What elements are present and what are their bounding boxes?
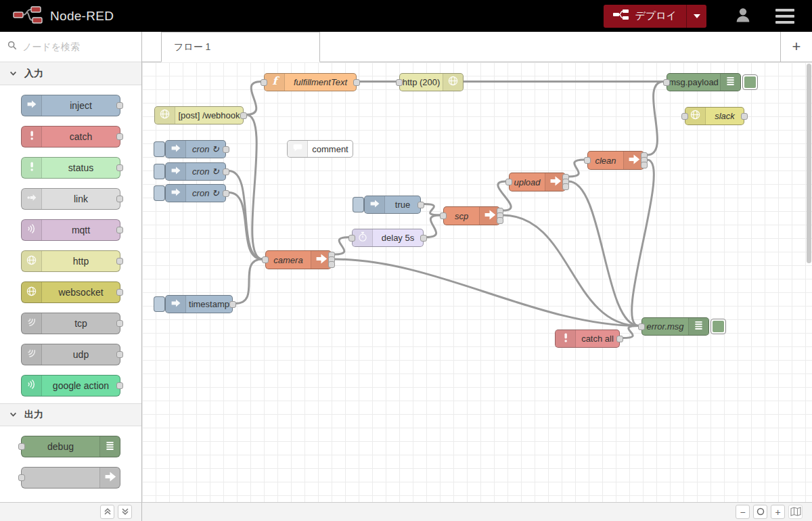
node-output-port[interactable] bbox=[418, 202, 424, 208]
zoom-in-button[interactable]: + bbox=[771, 505, 785, 519]
function-f-icon: f bbox=[269, 74, 281, 91]
palette-node-catch[interactable]: catch bbox=[21, 126, 120, 148]
palette-node-tcp[interactable]: tcp bbox=[21, 313, 120, 334]
flow-wire[interactable] bbox=[229, 171, 263, 260]
flow-node-catchall[interactable]: catch all bbox=[555, 330, 620, 348]
flow-wire[interactable] bbox=[503, 215, 639, 326]
palette-node-partial[interactable] bbox=[21, 467, 120, 489]
palette-node-udp[interactable]: udp bbox=[21, 344, 120, 365]
flow-wire[interactable] bbox=[568, 181, 639, 326]
flow-node-cron3[interactable]: cron ↻ bbox=[165, 184, 226, 202]
node-input-port[interactable] bbox=[440, 212, 447, 219]
node-input-port[interactable] bbox=[663, 79, 670, 86]
add-flow-button[interactable]: + bbox=[780, 32, 812, 62]
node-output-port[interactable] bbox=[223, 190, 229, 197]
flow-wire[interactable] bbox=[568, 160, 585, 177]
search-input[interactable] bbox=[22, 41, 134, 52]
node-output-port[interactable] bbox=[616, 336, 623, 342]
category-header-input[interactable]: 入力 bbox=[0, 62, 141, 85]
flow-node-delay5s[interactable]: delay 5s bbox=[352, 229, 424, 247]
flow-node-fulfillmentText[interactable]: f fulfillmentText bbox=[264, 73, 357, 91]
node-output-port[interactable] bbox=[240, 112, 247, 119]
deploy-options-button[interactable] bbox=[686, 5, 706, 28]
flow-wire[interactable] bbox=[246, 82, 261, 115]
debug-toggle-button[interactable] bbox=[742, 74, 758, 90]
flow-node-timestamp[interactable]: timestamp bbox=[165, 295, 233, 313]
node-output-port[interactable] bbox=[497, 217, 503, 224]
tab-flow-1[interactable]: フロー 1 bbox=[161, 32, 320, 62]
flow-node-upload[interactable]: upload bbox=[509, 173, 566, 191]
expand-all-button[interactable] bbox=[118, 505, 132, 519]
flow-node-slack[interactable]: slack bbox=[685, 107, 744, 125]
deploy-label: デプロイ bbox=[635, 9, 677, 22]
node-input-port[interactable] bbox=[262, 256, 269, 263]
palette-node-status[interactable]: status bbox=[21, 157, 120, 179]
node-output-port[interactable] bbox=[229, 301, 236, 308]
flow-wire[interactable] bbox=[647, 82, 664, 156]
node-input-port[interactable] bbox=[261, 79, 267, 86]
node-output-port[interactable] bbox=[353, 79, 360, 86]
circle-icon bbox=[757, 507, 765, 517]
node-output-port[interactable] bbox=[741, 113, 748, 120]
navigator-button[interactable] bbox=[788, 505, 803, 519]
flow-wire[interactable] bbox=[623, 326, 639, 338]
flow-node-cron2[interactable]: cron ↻ bbox=[165, 162, 226, 181]
deploy-button[interactable]: デプロイ bbox=[604, 5, 706, 28]
palette-node-google-action[interactable]: google action bbox=[21, 375, 120, 397]
flow-node-comment[interactable]: comment bbox=[287, 140, 353, 158]
palette-node-websocket[interactable]: websocket bbox=[21, 281, 120, 303]
node-input-port[interactable] bbox=[584, 157, 591, 164]
flow-wire[interactable] bbox=[632, 160, 654, 326]
flow-node-clean[interactable]: clean bbox=[587, 151, 644, 170]
node-output-port[interactable] bbox=[420, 235, 427, 242]
node-input-port[interactable] bbox=[348, 235, 355, 242]
inject-button[interactable] bbox=[154, 185, 165, 201]
palette-node-http[interactable]: http bbox=[21, 250, 120, 272]
node-input-port[interactable] bbox=[396, 79, 403, 86]
node-output-port[interactable] bbox=[328, 261, 335, 268]
user-button[interactable] bbox=[734, 5, 752, 27]
inject-button[interactable] bbox=[353, 197, 364, 212]
flow-node-http200[interactable]: http (200) bbox=[399, 73, 464, 91]
flow-wire[interactable] bbox=[334, 259, 639, 326]
zoom-out-button[interactable]: − bbox=[736, 505, 750, 519]
palette-node-link[interactable]: link bbox=[21, 188, 120, 210]
inject-button[interactable] bbox=[154, 164, 165, 179]
node-label: error.msg bbox=[642, 318, 688, 335]
node-input-port[interactable] bbox=[681, 113, 688, 120]
flow-node-errormsg[interactable]: error.msg bbox=[641, 317, 709, 336]
node-output-port[interactable] bbox=[223, 168, 229, 175]
node-input-port[interactable] bbox=[638, 323, 645, 330]
flow-wire[interactable] bbox=[334, 237, 349, 255]
node-input-port[interactable] bbox=[505, 179, 512, 185]
palette-node-mqtt[interactable]: mqtt bbox=[21, 219, 120, 241]
flow-canvas[interactable]: [post] /webhook f fulfillmentTexthttp (2… bbox=[142, 62, 812, 502]
flow-node-true[interactable]: true bbox=[364, 196, 421, 214]
flow-node-webhook[interactable]: [post] /webhook bbox=[154, 106, 244, 124]
inject-button[interactable] bbox=[154, 141, 165, 157]
sidebar-footer bbox=[0, 502, 142, 521]
flow-wire[interactable] bbox=[235, 259, 263, 304]
flow-node-cron1[interactable]: cron ↻ bbox=[165, 140, 226, 158]
flow-wire[interactable] bbox=[424, 204, 441, 216]
icon-region bbox=[166, 185, 186, 202]
debug-toggle-button[interactable] bbox=[710, 319, 726, 334]
node-label: tcp bbox=[42, 313, 120, 334]
vertical-scrollbar[interactable] bbox=[807, 64, 811, 263]
category-header-output[interactable]: 出力 bbox=[0, 403, 141, 426]
node-output-port[interactable] bbox=[641, 162, 648, 168]
node-output-port[interactable] bbox=[223, 146, 229, 153]
flow-node-camera[interactable]: camera bbox=[265, 250, 332, 269]
node-port bbox=[116, 133, 123, 140]
flow-wire[interactable] bbox=[229, 193, 263, 260]
zoom-reset-button[interactable] bbox=[753, 505, 767, 519]
node-output-port[interactable] bbox=[562, 183, 569, 190]
menu-button[interactable] bbox=[775, 9, 794, 24]
flow-wire[interactable] bbox=[426, 215, 441, 237]
flow-node-msgpayload[interactable]: msg.payload bbox=[667, 73, 741, 91]
inject-button[interactable] bbox=[154, 296, 165, 312]
collapse-all-button[interactable] bbox=[100, 505, 114, 519]
palette-node-debug[interactable]: debug bbox=[21, 436, 120, 457]
palette-node-inject[interactable]: inject bbox=[21, 95, 120, 116]
flow-node-scp[interactable]: scp bbox=[443, 206, 500, 225]
